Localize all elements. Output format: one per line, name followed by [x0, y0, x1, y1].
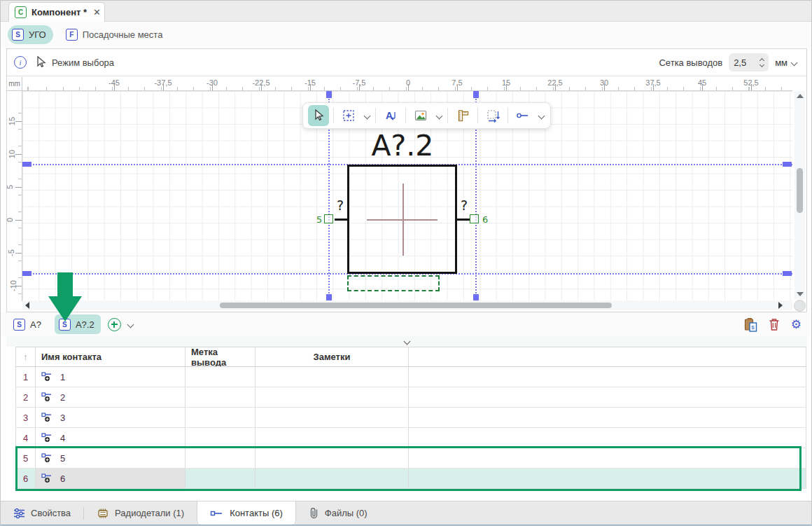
vertical-scroll-thumb[interactable]	[797, 168, 803, 213]
contact-label-cell[interactable]	[186, 408, 255, 427]
table-row[interactable]: 33	[15, 408, 806, 428]
pin-6-pad[interactable]	[470, 214, 479, 223]
contact-label-cell[interactable]	[186, 448, 255, 468]
column-header-name[interactable]: Имя контакта	[36, 347, 186, 366]
panel-collapse-strip[interactable]	[6, 336, 807, 347]
paste-special-icon[interactable]: $	[743, 317, 757, 332]
pin-6-name[interactable]: ?	[461, 198, 468, 213]
image-tool-button[interactable]	[410, 105, 431, 126]
component-icon: C	[15, 6, 27, 18]
tab-contacts[interactable]: Контакты (6)	[197, 501, 296, 525]
pin-5-lead[interactable]	[335, 219, 347, 221]
contact-label-cell[interactable]	[186, 428, 255, 448]
guide-handle[interactable]	[22, 162, 31, 167]
contact-notes-cell[interactable]	[255, 448, 409, 468]
contact-pin-icon	[41, 413, 53, 422]
column-header-label[interactable]: Метка вывода	[186, 347, 255, 366]
close-icon[interactable]: ✕	[93, 7, 101, 18]
table-row[interactable]: 22	[15, 387, 806, 408]
scroll-down-arrow[interactable]	[797, 292, 804, 296]
h-ruler-tick	[751, 84, 752, 90]
contact-notes-cell[interactable]	[255, 428, 409, 448]
tab-footprints[interactable]: F Посадочные места	[62, 25, 170, 44]
sort-arrow-icon[interactable]: ↑	[15, 347, 36, 366]
scroll-corner-knob[interactable]	[794, 300, 806, 312]
vertical-scrollbar[interactable]	[794, 91, 805, 299]
chevron-down-icon	[791, 59, 798, 66]
contact-notes-cell[interactable]	[255, 367, 409, 387]
chevron-down-icon[interactable]	[538, 112, 545, 119]
guide-handle[interactable]	[783, 271, 792, 276]
pin-grid-stepper[interactable]: 2,5	[729, 53, 769, 71]
contact-name-cell[interactable]: 1	[36, 367, 186, 387]
table-body: 112233445566	[15, 367, 806, 489]
table-row[interactable]: 66	[15, 469, 806, 489]
guide-handle[interactable]	[326, 91, 332, 98]
chevron-down-icon[interactable]	[436, 112, 443, 119]
contact-name-cell[interactable]: 5	[36, 448, 186, 468]
guide-handle[interactable]	[783, 162, 792, 167]
contact-name-cell[interactable]: 6	[36, 469, 186, 488]
gear-icon[interactable]: ⚙	[791, 319, 802, 331]
stepper-arrows-icon[interactable]	[760, 59, 764, 67]
component-editor-window: C Компонент * ✕ S УГО F Посадочные места…	[0, 0, 812, 526]
transform-tool-button[interactable]	[482, 105, 503, 126]
tab-files[interactable]: Файлы (0)	[296, 501, 380, 525]
tab-parts[interactable]: Радиодетали (1)	[84, 501, 197, 525]
tab-ugo[interactable]: S УГО	[8, 25, 53, 44]
contact-notes-cell[interactable]	[255, 469, 409, 488]
table-header-row: ↑ Имя контакта Метка вывода Заметки	[15, 347, 806, 367]
contact-name-cell[interactable]: 3	[36, 408, 186, 427]
tab-properties[interactable]: Свойства	[1, 501, 83, 525]
symbol-icon: S	[12, 29, 24, 41]
scroll-left-arrow[interactable]	[25, 302, 29, 309]
vertical-ruler: 151050-5-10	[7, 91, 22, 301]
contact-name-cell[interactable]: 4	[36, 428, 186, 448]
chevron-down-icon[interactable]	[364, 112, 371, 119]
bottom-panel-tabbar: Свойства Радиодетали (1) Контакты (6) Фа…	[1, 501, 811, 525]
unit-dropdown[interactable]: мм	[775, 57, 797, 68]
contact-name-cell[interactable]: 2	[36, 387, 186, 407]
delete-icon[interactable]	[768, 317, 780, 331]
collapse-chevron-icon[interactable]	[403, 338, 410, 345]
measure-tool-button[interactable]	[452, 105, 473, 126]
table-row[interactable]: 55	[15, 448, 806, 469]
select-tool-button[interactable]	[308, 105, 329, 126]
info-icon[interactable]: i	[14, 56, 27, 69]
contact-notes-cell[interactable]	[255, 408, 409, 427]
guide-handle[interactable]	[473, 91, 479, 98]
shape-tool-button[interactable]	[338, 105, 359, 126]
horizontal-scrollbar[interactable]	[22, 300, 792, 310]
tab-parts-label: Радиодетали (1)	[115, 508, 184, 518]
selection-dashed-rect	[347, 275, 440, 291]
scroll-up-arrow[interactable]	[797, 94, 804, 98]
pin-6-lead[interactable]	[457, 219, 470, 221]
table-row[interactable]: 11	[15, 367, 806, 387]
guide-handle[interactable]	[22, 271, 31, 276]
v-ruler-tick-label: 0	[7, 218, 14, 222]
contact-extra-cell	[409, 367, 806, 387]
contact-label-cell[interactable]	[186, 367, 255, 387]
v-ruler-tick	[15, 286, 22, 286]
v-ruler-tick	[15, 220, 22, 221]
pin-5-pad[interactable]	[324, 214, 333, 223]
table-row[interactable]: 44	[15, 428, 806, 448]
contact-label-cell[interactable]	[186, 469, 255, 488]
symbol-part-tab-a1[interactable]: S А?	[9, 314, 48, 334]
chevron-down-icon[interactable]	[127, 321, 134, 328]
add-part-button[interactable]	[108, 318, 121, 331]
v-ruler-tick	[15, 187, 22, 188]
pointer-icon	[313, 109, 324, 122]
text-tool-button[interactable]: A	[380, 105, 401, 126]
h-ruler-tick	[359, 84, 360, 90]
contact-notes-cell[interactable]	[255, 387, 409, 407]
row-number: 2	[15, 387, 36, 407]
pin-5-name[interactable]: ?	[337, 198, 344, 213]
horizontal-scroll-thumb[interactable]	[220, 303, 612, 308]
contact-label-cell[interactable]	[186, 387, 255, 407]
scroll-right-arrow[interactable]	[778, 302, 783, 309]
pin-tool-button[interactable]	[512, 105, 533, 126]
column-header-notes[interactable]: Заметки	[255, 347, 409, 366]
symbol-designator-text[interactable]: А?.2	[372, 129, 434, 162]
tab-component-document[interactable]: C Компонент * ✕	[8, 2, 105, 22]
